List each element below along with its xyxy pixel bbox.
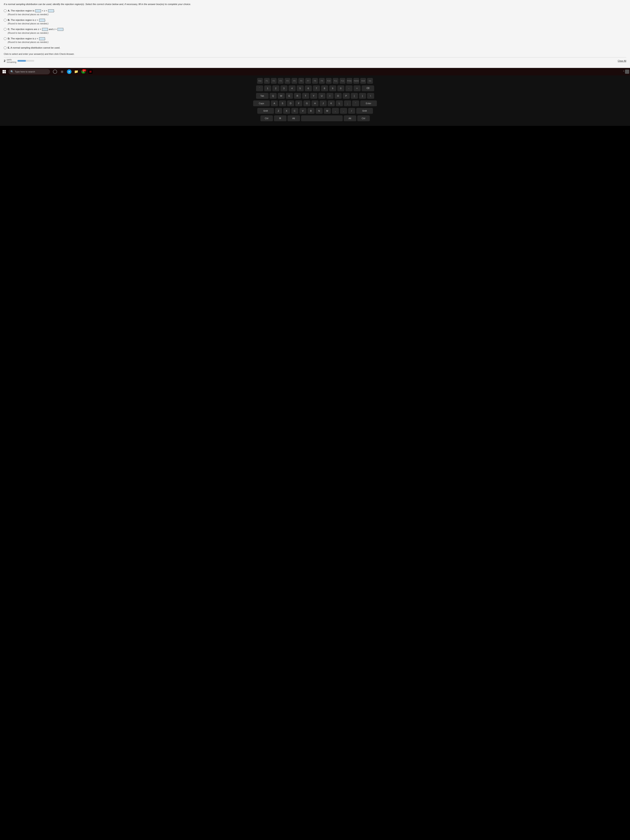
option-a[interactable]: A. The rejection region is < z < . (Roun… — [4, 9, 626, 16]
key-caps[interactable]: Caps — [253, 100, 270, 107]
key-p[interactable]: P — [343, 93, 350, 99]
taskbar-search-bar[interactable]: 🔍 Type here to search — [8, 69, 50, 74]
key-8[interactable]: 8 — [321, 85, 328, 92]
file-explorer-button[interactable]: 📁 — [73, 68, 80, 75]
task-view-button[interactable]: ⊞ — [59, 68, 65, 75]
key-f12[interactable]: F12 — [339, 78, 346, 84]
key-a[interactable]: A — [271, 100, 278, 107]
key-f[interactable]: F — [295, 100, 302, 107]
option-d-radio[interactable] — [4, 37, 6, 40]
key-h[interactable]: H — [311, 100, 319, 107]
network-icon[interactable] — [625, 69, 629, 74]
key-v[interactable]: V — [299, 108, 306, 114]
key-l[interactable]: L — [336, 100, 343, 107]
key-backslash[interactable]: \ — [367, 93, 374, 99]
key-c[interactable]: C — [291, 108, 298, 114]
key-lctrl[interactable]: Ctrl — [261, 115, 273, 122]
option-b-radio[interactable] — [4, 19, 6, 22]
key-o[interactable]: O — [335, 93, 342, 99]
key-s[interactable]: S — [279, 100, 286, 107]
key-1[interactable]: 1 — [264, 85, 271, 92]
key-f10[interactable]: F10 — [326, 78, 332, 84]
option-a-box1[interactable] — [35, 9, 41, 12]
key-f3[interactable]: F3 — [278, 78, 284, 84]
key-space[interactable] — [301, 115, 343, 122]
option-e-radio[interactable] — [4, 46, 6, 49]
key-end[interactable]: End — [360, 78, 366, 84]
key-4[interactable]: 4 — [289, 85, 295, 92]
option-b[interactable]: B. The rejection region is z > . (Round … — [4, 18, 626, 25]
key-rbracket[interactable]: ] — [359, 93, 366, 99]
key-minus[interactable]: - — [346, 85, 352, 92]
key-i[interactable]: I — [327, 93, 333, 99]
key-period[interactable]: . — [340, 108, 347, 114]
edge-button[interactable]: e — [66, 68, 73, 75]
key-equals[interactable]: = — [354, 85, 361, 92]
key-j[interactable]: J — [320, 100, 327, 107]
key-lbracket[interactable]: [ — [351, 93, 358, 99]
key-2[interactable]: 2 — [272, 85, 279, 92]
key-quote[interactable]: ' — [352, 100, 359, 107]
key-f2[interactable]: F2 — [271, 78, 277, 84]
key-lshift[interactable]: Shift — [257, 108, 274, 114]
key-m[interactable]: M — [324, 108, 331, 114]
key-w[interactable]: W — [278, 93, 285, 99]
option-a-radio[interactable] — [4, 9, 6, 12]
key-k[interactable]: K — [328, 100, 335, 107]
key-6[interactable]: 6 — [305, 85, 312, 92]
cortana-button[interactable] — [52, 68, 58, 75]
key-lalt[interactable]: Alt — [287, 115, 300, 122]
key-lwin[interactable]: ⊞ — [274, 115, 286, 122]
key-5[interactable]: 5 — [297, 85, 304, 92]
netflix-button[interactable]: N — [87, 68, 94, 75]
key-f1[interactable]: F1 — [264, 78, 270, 84]
key-0[interactable]: 0 — [337, 85, 344, 92]
key-u[interactable]: U — [318, 93, 325, 99]
key-3[interactable]: 3 — [280, 85, 287, 92]
key-e[interactable]: E — [286, 93, 293, 99]
key-backtick[interactable]: ` — [256, 85, 263, 92]
key-z[interactable]: Z — [275, 108, 282, 114]
option-c-box1[interactable] — [42, 28, 48, 31]
option-d-box1[interactable] — [39, 37, 45, 40]
key-f8[interactable]: F8 — [312, 78, 318, 84]
key-f9[interactable]: F9 — [319, 78, 325, 84]
key-home[interactable]: Home — [353, 78, 359, 84]
key-r[interactable]: R — [294, 93, 301, 99]
option-c[interactable]: C. The rejection regions are z < and z >… — [4, 27, 626, 35]
clear-all-button[interactable]: Clear All — [618, 60, 626, 62]
key-backspace[interactable]: ⌫ — [362, 85, 374, 92]
option-c-box2[interactable] — [57, 28, 63, 31]
key-b[interactable]: B — [308, 108, 314, 114]
key-t[interactable]: T — [302, 93, 309, 99]
key-f7[interactable]: F7 — [305, 78, 311, 84]
key-7[interactable]: 7 — [313, 85, 320, 92]
key-f6[interactable]: F6 — [298, 78, 304, 84]
key-g[interactable]: G — [303, 100, 310, 107]
taskbar-chevron-icon[interactable]: ^ — [623, 70, 624, 73]
key-x[interactable]: X — [283, 108, 290, 114]
xbox-button[interactable]: X 99+ — [80, 68, 87, 75]
option-a-box2[interactable] — [48, 9, 54, 12]
key-enter[interactable]: Enter — [360, 100, 377, 107]
option-e[interactable]: E. A normal sampling distribution cannot… — [4, 46, 626, 50]
key-ralt[interactable]: Alt — [344, 115, 356, 122]
key-prtsc[interactable]: PrtSc — [346, 78, 352, 84]
key-9[interactable]: 9 — [329, 85, 336, 92]
key-f4[interactable]: F4 — [284, 78, 291, 84]
key-d[interactable]: D — [287, 100, 294, 107]
option-c-radio[interactable] — [4, 28, 6, 31]
key-rshift[interactable]: Shift — [356, 108, 373, 114]
key-tab[interactable]: Tab — [256, 93, 268, 99]
key-f5[interactable]: F5 — [292, 78, 297, 84]
key-q[interactable]: Q — [270, 93, 277, 99]
key-semicolon[interactable]: ; — [344, 100, 351, 107]
key-rctrl[interactable]: Ctrl — [357, 115, 370, 122]
key-esc[interactable]: Esc — [257, 78, 263, 84]
option-d[interactable]: D. The rejection region is z < . (Round … — [4, 37, 626, 44]
key-y[interactable]: Y — [310, 93, 317, 99]
key-n[interactable]: N — [316, 108, 323, 114]
key-ins[interactable]: Ins — [367, 78, 373, 84]
key-f11[interactable]: F11 — [333, 78, 338, 84]
start-button[interactable] — [1, 68, 8, 75]
